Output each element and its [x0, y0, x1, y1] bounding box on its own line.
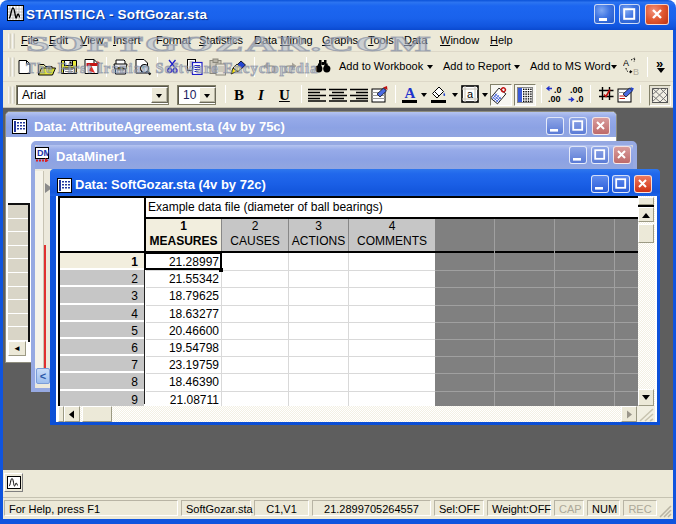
- svg-text:A: A: [623, 58, 629, 68]
- svg-text:a: a: [467, 88, 474, 100]
- svg-text:B: B: [633, 67, 639, 76]
- svg-text:.0: .0: [576, 94, 584, 104]
- svg-text:DM: DM: [37, 148, 49, 158]
- svg-text:.00: .00: [548, 94, 561, 104]
